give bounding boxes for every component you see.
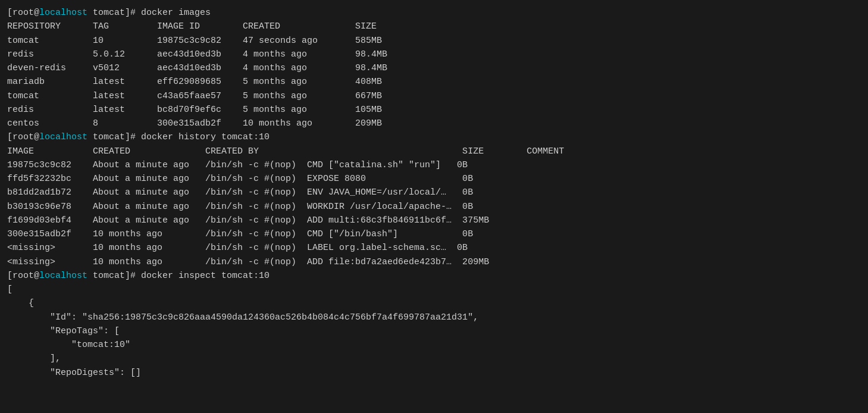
- prompt-bracket-1: [root@: [7, 8, 39, 18]
- line-7: tomcat latest c43a65faae57 5 months ago …: [7, 89, 861, 103]
- line-11: IMAGE CREATED CREATED BY SIZE COMMENT: [7, 145, 861, 158]
- line-25: "tomcat:10": [7, 338, 861, 352]
- line-4: redis 5.0.12 aec43d10ed3b 4 months ago 9…: [7, 48, 861, 61]
- command-1: docker images: [141, 8, 211, 18]
- hostname-2: localhost: [39, 132, 87, 142]
- hostname-1: localhost: [39, 8, 87, 18]
- hostname-3: localhost: [39, 271, 87, 281]
- line-20: [root@localhost tomcat]# docker inspect …: [7, 269, 861, 283]
- prompt-bracket-2: [root@: [7, 132, 39, 142]
- line-18: <missing> 10 months ago /bin/sh -c #(nop…: [7, 241, 861, 255]
- line-27: "RepoDigests": []: [7, 366, 861, 380]
- terminal: [root@localhost tomcat]# docker images R…: [0, 0, 868, 413]
- line-10: [root@localhost tomcat]# docker history …: [7, 130, 861, 144]
- line-21: [: [7, 283, 861, 296]
- line-6: mariadb latest eff629089685 5 months ago…: [7, 75, 861, 89]
- prompt-bracket-3: [root@: [7, 271, 39, 281]
- prompt-path-3: tomcat]#: [87, 271, 141, 281]
- line-16: f1699d03ebf4 About a minute ago /bin/sh …: [7, 214, 861, 227]
- line-13: ffd5f32232bc About a minute ago /bin/sh …: [7, 172, 861, 186]
- line-26: ],: [7, 352, 861, 365]
- line-9: centos 8 300e315adb2f 10 months ago 209M…: [7, 117, 861, 130]
- line-22: {: [7, 296, 861, 310]
- line-3: tomcat 10 19875c3c9c82 47 seconds ago 58…: [7, 34, 861, 48]
- line-5: deven-redis v5012 aec43d10ed3b 4 months …: [7, 61, 861, 75]
- line-19: <missing> 10 months ago /bin/sh -c #(nop…: [7, 255, 861, 269]
- command-2: docker history tomcat:10: [141, 132, 270, 142]
- command-3: docker inspect tomcat:10: [141, 271, 270, 281]
- prompt-path-2: tomcat]#: [87, 132, 141, 142]
- line-23: "Id": "sha256:19875c3c9c826aaa4590da1243…: [7, 311, 861, 324]
- line-15: b30193c96e78 About a minute ago /bin/sh …: [7, 200, 861, 214]
- prompt-path-1: tomcat]#: [87, 8, 141, 18]
- line-12: 19875c3c9c82 About a minute ago /bin/sh …: [7, 158, 861, 172]
- line-1: [root@localhost tomcat]# docker images: [7, 6, 861, 20]
- line-14: b81dd2ad1b72 About a minute ago /bin/sh …: [7, 186, 861, 199]
- line-17: 300e315adb2f 10 months ago /bin/sh -c #(…: [7, 227, 861, 241]
- line-2: REPOSITORY TAG IMAGE ID CREATED SIZE: [7, 20, 861, 33]
- line-8: redis latest bc8d70f9ef6c 5 months ago 1…: [7, 103, 861, 117]
- line-24: "RepoTags": [: [7, 324, 861, 338]
